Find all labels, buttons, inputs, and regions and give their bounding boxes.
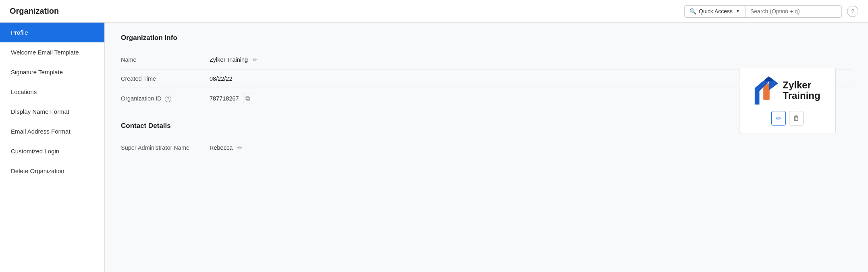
- sidebar-item-profile[interactable]: Profile: [0, 23, 104, 42]
- sidebar-label-display-name: Display Name Format: [11, 108, 69, 115]
- header-right: 🔍 Quick Access ▼ ?: [684, 5, 858, 18]
- sidebar-label-welcome-email: Welcome Email Template: [11, 49, 79, 56]
- created-time-value: 08/22/22: [210, 75, 232, 82]
- org-id-help-icon[interactable]: ?: [165, 96, 171, 102]
- logo-display: Zylker Training: [754, 76, 820, 105]
- sidebar-label-locations: Locations: [11, 88, 37, 95]
- svg-marker-4: [765, 77, 772, 80]
- sidebar-item-welcome-email[interactable]: Welcome Email Template: [0, 42, 104, 62]
- delete-logo-button[interactable]: 🗑: [789, 111, 804, 126]
- logo-actions: ✏ 🗑: [771, 111, 804, 126]
- search-input[interactable]: [750, 8, 837, 15]
- org-name-value: Zylker Training: [210, 56, 248, 63]
- search-container: [745, 5, 842, 17]
- help-button[interactable]: ?: [847, 6, 858, 17]
- field-label-super-admin: Super Administrator Name: [121, 138, 210, 157]
- quick-access-label: Quick Access: [699, 8, 733, 15]
- edit-super-admin-button[interactable]: ✏: [237, 144, 243, 152]
- sidebar-label-email-address: Email Address Format: [11, 128, 71, 135]
- sidebar-label-signature: Signature Template: [11, 69, 63, 75]
- contact-info-table: Super Administrator Name Rebecca ✏: [121, 138, 852, 157]
- copy-org-id-button[interactable]: ⧉: [243, 94, 252, 103]
- main-content: Organization Info Name Zylker Training ✏: [105, 23, 868, 272]
- sidebar-item-email-address[interactable]: Email Address Format: [0, 121, 104, 141]
- sidebar-item-customized-login[interactable]: Customized Login: [0, 141, 104, 161]
- page-layout: Profile Welcome Email Template Signature…: [0, 23, 868, 272]
- sidebar-label-customized-login: Customized Login: [11, 148, 59, 155]
- org-id-value: 787718267: [210, 95, 239, 102]
- pencil-icon: ✏: [776, 115, 781, 122]
- sidebar-item-signature[interactable]: Signature Template: [0, 62, 104, 82]
- sidebar-label-delete-org: Delete Organization: [11, 167, 64, 174]
- sidebar-item-delete-org[interactable]: Delete Organization: [0, 161, 104, 181]
- field-label-org-id: Organization ID ?: [121, 88, 210, 109]
- field-label-name: Name: [121, 50, 210, 70]
- org-info-title: Organization Info: [121, 34, 852, 42]
- header: Organization 🔍 Quick Access ▼ ?: [0, 0, 868, 23]
- logo-card: Zylker Training ✏ 🗑: [739, 68, 836, 134]
- sidebar: Profile Welcome Email Template Signature…: [0, 23, 105, 272]
- sidebar-item-display-name[interactable]: Display Name Format: [0, 102, 104, 121]
- super-admin-value: Rebecca: [210, 144, 233, 151]
- quick-access-button[interactable]: 🔍 Quick Access ▼: [684, 5, 745, 17]
- chevron-down-icon: ▼: [736, 9, 740, 13]
- table-row: Super Administrator Name Rebecca ✏: [121, 138, 852, 157]
- field-value-super-admin: Rebecca ✏: [210, 144, 852, 152]
- svg-rect-3: [765, 80, 772, 81]
- sidebar-item-locations[interactable]: Locations: [0, 82, 104, 102]
- help-icon: ?: [851, 8, 854, 15]
- edit-name-button[interactable]: ✏: [252, 56, 258, 64]
- logo-text: Zylker Training: [783, 80, 820, 101]
- logo-svg: [754, 76, 779, 105]
- search-icon: 🔍: [689, 8, 696, 15]
- table-row: Name Zylker Training ✏: [121, 50, 852, 70]
- trash-icon: 🗑: [793, 115, 799, 122]
- page-title: Organization: [10, 6, 59, 16]
- main-inner: Organization Info Name Zylker Training ✏: [121, 34, 852, 157]
- field-value-name: Zylker Training ✏: [210, 56, 852, 64]
- field-label-created-time: Created Time: [121, 70, 210, 88]
- edit-logo-button[interactable]: ✏: [771, 111, 786, 126]
- sidebar-label-profile: Profile: [11, 29, 28, 36]
